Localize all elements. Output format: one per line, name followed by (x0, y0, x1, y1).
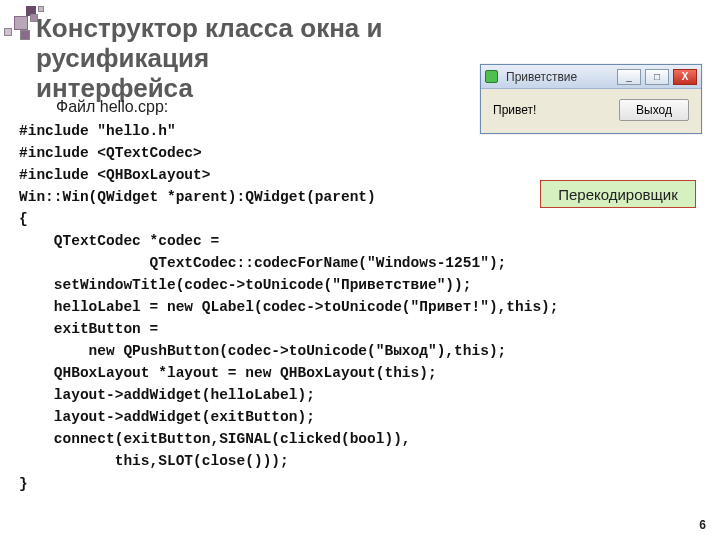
minimize-icon: _ (617, 69, 641, 85)
mock-window: Приветствие _ □ X Привет! Выход (480, 64, 702, 134)
mock-window-title: Приветствие (502, 70, 613, 84)
mock-exit-button: Выход (619, 99, 689, 121)
code-block: #include "hello.h" #include <QTextCodec>… (19, 120, 559, 495)
callout-recoder: Перекодировщик (540, 180, 696, 208)
mock-hello-label: Привет! (493, 103, 536, 117)
slide-title: Конструктор класса окна и русификация ин… (36, 14, 476, 104)
title-line-1: Конструктор класса окна и русификация (36, 13, 383, 73)
mock-titlebar: Приветствие _ □ X (481, 65, 701, 89)
file-caption: Файл hello.cpp: (56, 98, 168, 116)
maximize-icon: □ (645, 69, 669, 85)
qt-app-icon (485, 70, 498, 83)
close-icon: X (673, 69, 697, 85)
page-number: 6 (699, 518, 706, 532)
mock-window-content: Привет! Выход (481, 89, 701, 131)
